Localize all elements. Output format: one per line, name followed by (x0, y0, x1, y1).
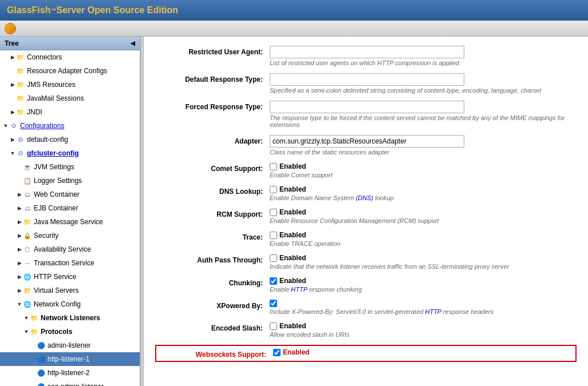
auth-pass-through-checkbox-label: Enabled (279, 254, 306, 262)
java-message-service-label: Java Message Service (34, 218, 103, 226)
sidebar-item-connectors[interactable]: 📁 Connectors (0, 50, 140, 64)
websockets-support-label: Websockets Support: (159, 348, 273, 359)
xpowered-by-checkbox[interactable] (270, 300, 277, 307)
sidebar-item-transaction-service[interactable]: ↔ Transaction Service (0, 256, 140, 270)
chunking-checkbox[interactable] (270, 277, 277, 285)
sidebar-item-network-listeners[interactable]: 📁 Network Listeners (0, 311, 140, 325)
sidebar-item-web-container[interactable]: 🗂 Web Container (0, 188, 140, 201)
folder-icon: 📁 (16, 108, 25, 117)
trace-checkbox-label: Enabled (279, 231, 306, 239)
forced-response-type-label: Forced Response Type: (155, 101, 270, 111)
sidebar-item-http-service[interactable]: 🌐 HTTP Service (0, 270, 140, 284)
arrow-jndi[interactable] (9, 109, 16, 116)
configurations-label[interactable]: Configurations (20, 122, 64, 130)
default-response-type-input[interactable] (270, 73, 464, 86)
arrow-http-service[interactable] (16, 273, 23, 280)
arrow-protocols[interactable] (23, 328, 30, 335)
sidebar-item-resource-adapter[interactable]: 📁 Resource Adapter Configs (0, 64, 140, 78)
restricted-user-agent-hint: List of restricted user agents on which … (270, 59, 577, 66)
sidebar-collapse-btn[interactable]: ◀ (131, 40, 135, 46)
sidebar-item-gfcluster-config[interactable]: ⚙ gfcluster-config (0, 146, 140, 160)
default-response-type-label: Default Response Type: (155, 73, 270, 83)
sidebar-item-jms-resources[interactable]: 📁 JMS Resources (0, 78, 140, 91)
app-title: Server Open Source Edition (56, 5, 178, 15)
comet-support-checkbox[interactable] (270, 163, 277, 170)
resource-adapter-label: Resource Adapter Configs (27, 67, 107, 75)
arrow-jms-service[interactable] (16, 218, 23, 225)
sidebar-item-sec-admin-listener[interactable]: 🔵 sec-admin-listener (0, 380, 140, 386)
arrow-network-listeners[interactable] (23, 315, 30, 321)
brand-name: GlassFish (7, 5, 50, 15)
http-listener-2-label: http-listener-2 (48, 369, 89, 377)
arrow-configurations[interactable] (2, 122, 9, 129)
comet-support-checkbox-label: Enabled (279, 162, 306, 170)
sidebar-item-configurations[interactable]: ⚙ Configurations (0, 119, 140, 133)
sidebar-item-protocols[interactable]: 📁 Protocols (0, 325, 140, 339)
sidebar-item-network-config[interactable]: 🌐 Network Config (0, 297, 140, 311)
sidebar-item-admin-listener[interactable]: 🔵 admin-listener (0, 339, 140, 352)
gear-icon: ⚙ (16, 149, 25, 158)
arrow-transaction[interactable] (16, 260, 23, 266)
jvm-settings-label: JVM Settings (34, 163, 74, 171)
form-row-comet-support: Comet Support: Enabled Enable Comet supp… (155, 162, 577, 178)
connectors-label: Connectors (27, 53, 62, 61)
rcm-support-checkbox[interactable] (270, 209, 277, 216)
sidebar-item-java-message-service[interactable]: 📁 Java Message Service (0, 215, 140, 229)
listener-icon: 🔵 (37, 368, 46, 377)
websockets-support-checkbox[interactable] (273, 349, 281, 356)
chunking-label: Chunking: (155, 277, 270, 287)
sidebar-item-ejb-container[interactable]: 🗂 EJB Container (0, 201, 140, 215)
dns-lookup-checkbox[interactable] (270, 186, 277, 193)
sidebar-item-availability-service[interactable]: ⬡ Availability Service (0, 242, 140, 256)
admin-listener-label: admin-listener (48, 341, 90, 349)
arrow-security[interactable] (16, 232, 23, 239)
gfcluster-config-label[interactable]: gfcluster-config (27, 149, 79, 157)
trademark: ™ (50, 7, 56, 14)
xpowered-by-hint: Include X-Powered-By: Servlet/3.0 in ser… (270, 308, 577, 315)
folder-icon: 📁 (23, 286, 32, 295)
arrow-web-container[interactable] (16, 191, 23, 198)
forced-response-type-input[interactable] (270, 101, 464, 113)
default-response-type-control: Specified as a semi-colon delimited stri… (270, 73, 577, 94)
default-response-type-hint: Specified as a semi-colon delimited stri… (270, 87, 577, 94)
folder-icon: 📁 (16, 94, 25, 103)
arrow-gfcluster[interactable] (9, 150, 16, 157)
arrow-jms[interactable] (9, 81, 16, 88)
sidebar-item-jndi[interactable]: 📁 JNDI (0, 105, 140, 119)
dns-lookup-checkbox-label: Enabled (279, 185, 306, 193)
encoded-slash-hint: Allow encoded slash in URIs (270, 331, 577, 338)
encoded-slash-checkbox[interactable] (270, 323, 277, 330)
sidebar-item-security[interactable]: 🔒 Security (0, 229, 140, 242)
comet-support-label: Comet Support: (155, 162, 270, 173)
forced-response-type-control: The response type to be forced if the co… (270, 101, 577, 128)
gear-icon: ⚙ (9, 121, 18, 130)
arrow-network-config[interactable] (16, 301, 23, 308)
chunking-checkbox-label: Enabled (279, 277, 306, 285)
sidebar-item-http-listener-1[interactable]: 🔵 http-listener-1 (0, 352, 140, 366)
sidebar-item-logger-settings[interactable]: 📋 Logger Settings (0, 174, 140, 188)
sidebar-item-javamail[interactable]: 📁 JavaMail Sessions (0, 91, 140, 105)
auth-pass-through-checkbox[interactable] (270, 254, 277, 262)
logger-settings-label: Logger Settings (34, 177, 82, 185)
sidebar-item-default-config[interactable]: ⚙ default-config (0, 133, 140, 146)
arrow-connectors[interactable] (9, 54, 16, 61)
arrow-ejb[interactable] (16, 205, 23, 212)
arrow-availability[interactable] (16, 246, 23, 253)
folder-icon: 📁 (23, 217, 32, 226)
sidebar-item-virtual-servers[interactable]: 📁 Virtual Servers (0, 284, 140, 297)
sidebar-item-jvm-settings[interactable]: ☕ JVM Settings (0, 160, 140, 174)
sidebar-item-http-listener-2[interactable]: 🔵 http-listener-2 (0, 366, 140, 380)
arrow-default-config[interactable] (9, 136, 16, 143)
folder-icon: 📁 (16, 80, 25, 89)
trace-checkbox[interactable] (270, 232, 277, 239)
folder-icon: 📁 (16, 53, 25, 62)
jndi-label: JNDI (27, 108, 42, 116)
restricted-user-agent-input[interactable] (270, 46, 464, 58)
toolbar-button[interactable] (5, 23, 16, 34)
listener-icon: 🔵 (37, 382, 46, 386)
form-row-restricted-user-agent: Restricted User Agent: List of restricte… (155, 46, 577, 66)
sidebar-tree-label: Tree (5, 39, 19, 47)
jvm-icon: ☕ (23, 162, 32, 172)
adapter-input[interactable] (270, 135, 464, 148)
arrow-virtual-servers[interactable] (16, 287, 23, 294)
